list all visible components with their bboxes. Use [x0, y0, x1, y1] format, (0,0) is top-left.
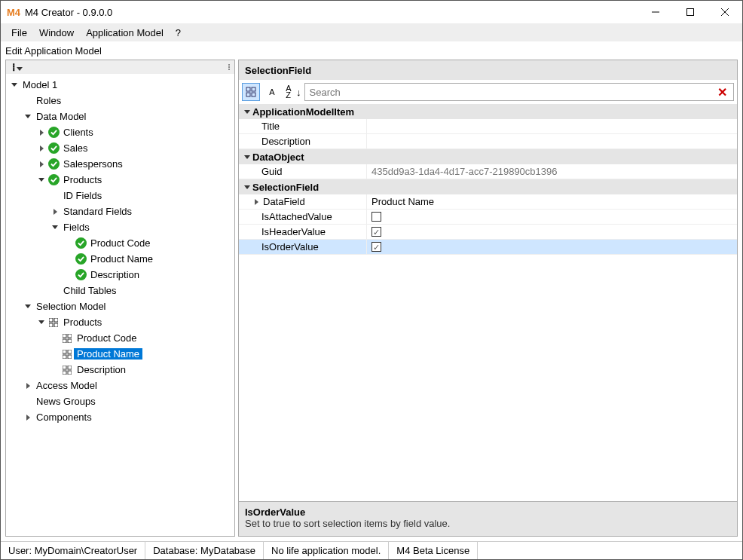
property-description: IsOrderValue Set to true to sort selecti…	[239, 501, 737, 536]
tree-node-clients[interactable]: Clients	[60, 127, 96, 138]
tree-node-child-tables[interactable]: Child Tables	[60, 285, 120, 296]
property-search[interactable]: ✕	[304, 83, 735, 101]
grid-icon	[60, 334, 74, 343]
svg-rect-16	[68, 355, 72, 359]
svg-rect-13	[63, 350, 66, 353]
tree-node-standard-fields[interactable]: Standard Fields	[60, 206, 135, 217]
tree-node-sales[interactable]: Sales	[60, 142, 91, 154]
tree-node-sel-products[interactable]: Products	[60, 317, 105, 328]
tree-node-product-name[interactable]: Product Name	[87, 253, 156, 265]
tree-node-id-fields[interactable]: ID Fields	[60, 190, 105, 201]
category-row[interactable]: SelectionField	[239, 179, 737, 194]
menu-window[interactable]: Window	[33, 26, 80, 40]
expander-icon[interactable]	[251, 199, 261, 205]
expander-icon[interactable]	[36, 130, 47, 136]
svg-rect-14	[68, 350, 72, 353]
tree-node-product-code[interactable]: Product Code	[87, 237, 154, 249]
expander-icon[interactable]	[242, 185, 252, 189]
tree-node-roles[interactable]: Roles	[33, 95, 64, 106]
minimize-button[interactable]	[638, 1, 673, 23]
grid-icon	[60, 350, 74, 359]
svg-rect-2	[687, 9, 694, 16]
toolbar-grip-icon	[227, 64, 231, 70]
close-button[interactable]	[708, 1, 742, 23]
category-row[interactable]: ApplicationModelItem	[239, 104, 737, 119]
property-row-isheader[interactable]: IsHeaderValue	[239, 225, 737, 240]
expander-icon[interactable]	[50, 225, 60, 229]
svg-rect-18	[68, 366, 72, 369]
svg-rect-24	[252, 93, 255, 96]
svg-text:M4: M4	[7, 7, 20, 18]
tree-node-news-groups[interactable]: News Groups	[33, 396, 99, 407]
document-tab-label: Edit Application Model	[5, 45, 738, 57]
tree-node-sel-product-code[interactable]: Product Code	[74, 332, 140, 344]
check-icon	[48, 142, 60, 154]
expander-icon[interactable]	[36, 178, 47, 182]
titlebar: M4 M4 Creator - 0.9.0.0	[1, 1, 742, 23]
expander-icon[interactable]	[36, 320, 47, 324]
tree-node-products[interactable]: Products	[60, 174, 105, 185]
sort-alpha-button[interactable]: A	[263, 83, 281, 101]
svg-rect-6	[54, 318, 58, 322]
category-row[interactable]: DataObject	[239, 149, 737, 164]
check-icon	[48, 174, 60, 185]
svg-rect-17	[63, 366, 66, 369]
tree-node-selection-model[interactable]: Selection Model	[33, 301, 109, 312]
check-icon	[75, 269, 87, 280]
menu-file[interactable]: File	[5, 26, 33, 40]
status-license: M4 Beta License	[389, 542, 478, 559]
tree-node-sel-description[interactable]: Description	[74, 364, 129, 375]
expander-icon[interactable]	[36, 161, 47, 167]
category-label: ApplicationModelItem	[252, 106, 354, 118]
status-bar: User: MyDomain\CreatorUser Database: MyD…	[1, 541, 742, 559]
property-row-isattached[interactable]: IsAttachedValue	[239, 210, 737, 225]
expander-icon[interactable]	[23, 115, 33, 118]
checkbox[interactable]	[372, 242, 381, 252]
property-row-description[interactable]: Description	[239, 134, 737, 149]
maximize-button[interactable]	[673, 1, 708, 23]
property-row-title[interactable]: Title	[239, 119, 737, 134]
tree-toolbar: ⁞	[6, 60, 234, 74]
expander-icon[interactable]	[23, 415, 33, 421]
expander-icon[interactable]	[242, 155, 252, 159]
expander-icon[interactable]	[50, 209, 60, 215]
category-label: DataObject	[252, 151, 304, 163]
tree-node-sel-product-name[interactable]: Product Name	[74, 348, 142, 360]
expander-icon[interactable]	[36, 145, 47, 151]
clear-search-icon[interactable]: ✕	[714, 85, 730, 99]
property-row-datafield[interactable]: DataFieldProduct Name	[239, 194, 737, 210]
property-grid[interactable]: ApplicationModelItem Title Description D…	[239, 104, 737, 501]
search-input[interactable]	[308, 86, 715, 99]
tree-node-access-model[interactable]: Access Model	[33, 380, 100, 391]
svg-rect-9	[63, 334, 66, 338]
categorized-button[interactable]	[242, 83, 260, 101]
app-window: M4 M4 Creator - 0.9.0.0 File Window Appl…	[0, 0, 743, 560]
tree-toolbar-dropdown[interactable]: ⁞	[9, 61, 26, 73]
model-tree[interactable]: Model 1 Roles Data Model Clients Sales S…	[6, 74, 234, 536]
svg-rect-19	[63, 371, 66, 375]
menu-application-model[interactable]: Application Model	[80, 26, 170, 40]
window-title: M4 Creator - 0.9.0.0	[25, 7, 638, 18]
property-row-guid[interactable]: Guid435dd9a3-1da4-4d17-acc7-219890cb1396	[239, 164, 737, 179]
checkbox[interactable]	[372, 212, 381, 222]
svg-rect-11	[63, 339, 66, 343]
tree-node-model[interactable]: Model 1	[20, 79, 60, 90]
tree-node-description[interactable]: Description	[87, 269, 142, 280]
checkbox[interactable]	[372, 227, 381, 237]
expander-icon[interactable]	[9, 83, 20, 87]
property-row-isorder[interactable]: IsOrderValue	[239, 240, 737, 255]
tree-node-fields[interactable]: Fields	[60, 222, 93, 233]
app-logo-icon: M4	[7, 5, 20, 19]
tree-node-salespersons[interactable]: Salespersons	[60, 158, 126, 170]
tree-node-components[interactable]: Components	[33, 412, 95, 423]
menu-help[interactable]: ?	[170, 26, 187, 40]
expander-icon[interactable]	[23, 383, 33, 389]
svg-rect-10	[68, 334, 72, 338]
property-header: SelectionField	[239, 60, 737, 80]
tree-node-data-model[interactable]: Data Model	[33, 111, 89, 122]
main-area: ⁞ Model 1 Roles Data Model Clients	[1, 60, 742, 541]
sort-az-icon[interactable]: AZ	[284, 85, 293, 99]
expander-icon[interactable]	[23, 304, 33, 308]
expander-icon[interactable]	[242, 110, 252, 114]
svg-rect-8	[54, 323, 58, 327]
